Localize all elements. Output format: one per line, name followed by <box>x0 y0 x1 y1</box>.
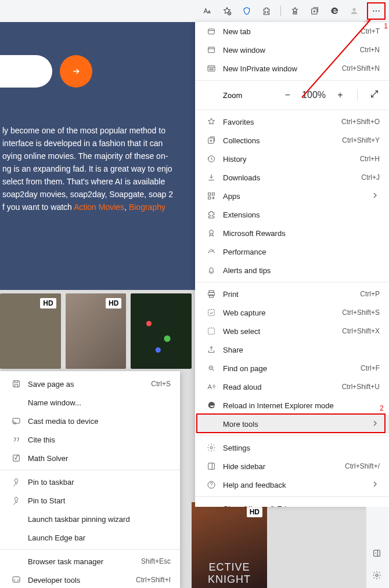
svg-rect-26 <box>208 310 215 316</box>
zoom-sep <box>357 89 358 101</box>
menu-label: Math Solver <box>23 454 171 463</box>
svg-point-15 <box>210 68 211 70</box>
menu-divider <box>195 496 389 497</box>
link-biography[interactable]: Biography <box>129 202 165 212</box>
movie-thumb[interactable] <box>131 293 192 369</box>
ext-icon <box>204 210 218 219</box>
movie-thumb-below[interactable]: HD ECTIVE KNIGHT <box>192 502 267 588</box>
sidebar-add-icon[interactable] <box>372 549 384 560</box>
menu-item-hide-sidebar[interactable]: Hide sidebarCtrl+Shift+/ <box>195 457 389 476</box>
more-tools-submenu: Save page asCtrl+SName window...Cast med… <box>0 371 180 588</box>
desc-line: ng is an expanding fad. It is a great wa… <box>2 164 172 173</box>
select-icon <box>204 326 218 336</box>
menu-label: Developer tools <box>23 576 136 585</box>
zoom-in-button[interactable]: + <box>335 90 345 100</box>
menu-shortcut: Ctrl+Shift+O <box>341 118 380 126</box>
menu-item-history[interactable]: HistoryCtrl+H <box>195 150 389 168</box>
menu-item-read-aloud[interactable]: Read aloudCtrl+Shift+U <box>195 378 389 396</box>
help-icon <box>204 480 218 489</box>
menu-item-browser-task-manager[interactable]: Browser task managerShift+Esc <box>0 552 180 571</box>
menu-divider <box>195 80 389 81</box>
menu-item-microsoft-rewards[interactable]: Microsoft Rewards <box>195 224 389 242</box>
menu-shortcut: Ctrl+Shift+/ <box>345 462 380 470</box>
menu-item-cast-media-to-device[interactable]: Cast media to device <box>0 412 180 430</box>
menu-item-new-inprivate-window[interactable]: New InPrivate windowCtrl+Shift+N <box>195 59 389 78</box>
hd-badge: HD <box>40 298 56 308</box>
svg-rect-23 <box>209 291 214 292</box>
menu-label: Save page as <box>23 380 151 389</box>
menu-item-reload-in-internet-explorer-mode[interactable]: Reload in Internet Explorer mode <box>195 396 389 415</box>
menu-item-apps[interactable]: Apps <box>195 187 389 205</box>
menu-shortcut: Ctrl+Shift+I <box>136 576 171 584</box>
link-action-movies[interactable]: Action Movies <box>74 202 124 212</box>
menu-item-more-tools[interactable]: More tools <box>195 415 389 433</box>
svg-point-2 <box>352 8 355 11</box>
menu-item-collections[interactable]: CollectionsCtrl+Shift+Y <box>195 131 389 150</box>
menu-item-find-on-page[interactable]: Find on pageCtrl+F <box>195 359 389 378</box>
collections-icon[interactable] <box>309 5 320 17</box>
menu-item-new-window[interactable]: New windowCtrl+N <box>195 41 389 59</box>
movie-thumb[interactable]: HD <box>0 293 61 369</box>
menu-label: Downloads <box>218 173 361 182</box>
desc-line: oying online movies. The majority of the… <box>2 151 168 161</box>
svg-rect-20 <box>212 193 214 195</box>
sidebar-icon <box>204 462 218 471</box>
menu-divider <box>0 549 180 550</box>
sidebar-settings-icon[interactable] <box>372 571 384 582</box>
menu-item-web-capture[interactable]: Web captureCtrl+Shift+S <box>195 303 389 322</box>
menu-label: Browser task manager <box>23 557 141 566</box>
menu-item-cite-this[interactable]: Cite this <box>0 430 180 449</box>
menu-item-name-window[interactable]: Name window... <box>0 393 180 412</box>
thumb-art <box>66 293 75 303</box>
menu-item-performance[interactable]: Performance <box>195 242 389 261</box>
tab-icon <box>204 27 218 36</box>
shield-icon[interactable] <box>241 5 253 17</box>
menu-item-alerts-and-tips[interactable]: Alerts and tips <box>195 261 389 280</box>
menu-label: New InPrivate window <box>218 64 342 73</box>
fullscreen-button[interactable] <box>369 89 380 101</box>
menu-item-launch-edge-bar[interactable]: Launch Edge bar <box>0 528 180 547</box>
menu-item-close-microsoft-edge[interactable]: Close Microsoft Edge <box>195 499 389 507</box>
svg-point-29 <box>210 447 212 449</box>
menu-item-downloads[interactable]: DownloadsCtrl+J <box>195 168 389 187</box>
menu-shortcut: Ctrl+T <box>361 27 380 35</box>
menu-item-pin-to-start[interactable]: Pin to Start <box>0 491 180 510</box>
menu-item-web-select[interactable]: Web selectCtrl+Shift+X <box>195 322 389 340</box>
menu-label: Reload in Internet Explorer mode <box>218 401 380 410</box>
menu-item-developer-tools[interactable]: Developer toolsCtrl+Shift+I <box>0 571 180 588</box>
extensions-icon[interactable] <box>261 5 272 17</box>
favorite-add-icon[interactable] <box>221 5 233 17</box>
search-pill <box>0 55 52 88</box>
menu-item-help-and-feedback[interactable]: Help and feedback <box>195 476 389 494</box>
thumbnail-row: HD HD <box>0 293 192 369</box>
menu-item-share[interactable]: Share <box>195 340 389 359</box>
menu-label: Cite this <box>23 435 171 444</box>
svg-rect-27 <box>208 328 215 335</box>
text-size-icon[interactable] <box>201 5 213 17</box>
menu-item-settings[interactable]: Settings <box>195 438 389 457</box>
menu-item-new-tab[interactable]: New tabCtrl+T <box>195 22 389 41</box>
ie-mode-icon[interactable] <box>329 5 340 17</box>
annotation-label-1: 1 <box>384 22 388 30</box>
menu-item-pin-to-taskbar[interactable]: Pin to taskbar <box>0 473 180 491</box>
menu-item-print[interactable]: PrintCtrl+P <box>195 285 389 303</box>
movie-thumb[interactable]: HD <box>66 293 127 369</box>
desc-line: select from them. That's where AI is ava… <box>2 177 165 186</box>
desc-line: interface is developed in a fashion that… <box>2 139 163 148</box>
profile-icon[interactable] <box>348 5 360 17</box>
zoom-out-button[interactable]: − <box>282 90 293 100</box>
menu-item-extensions[interactable]: Extensions <box>195 205 389 224</box>
menu-item-math-solver[interactable]: Math Solver <box>0 449 180 467</box>
desc-line: ly become one of the most popular method… <box>2 126 165 135</box>
svg-rect-21 <box>208 197 211 199</box>
menu-divider <box>195 110 389 110</box>
favorites-list-icon[interactable] <box>289 5 301 17</box>
menu-label: Share <box>218 346 380 354</box>
menu-item-save-page-as[interactable]: Save page asCtrl+S <box>0 375 180 393</box>
capture-icon <box>204 308 218 317</box>
menu-label: Apps <box>218 192 370 201</box>
menu-label: Microsoft Rewards <box>218 229 380 238</box>
menu-item-launch-taskbar-pinning-wizard[interactable]: Launch taskbar pinning wizard <box>0 510 180 528</box>
search-go-button[interactable] <box>60 55 92 88</box>
menu-item-favorites[interactable]: FavoritesCtrl+Shift+O <box>195 112 389 131</box>
